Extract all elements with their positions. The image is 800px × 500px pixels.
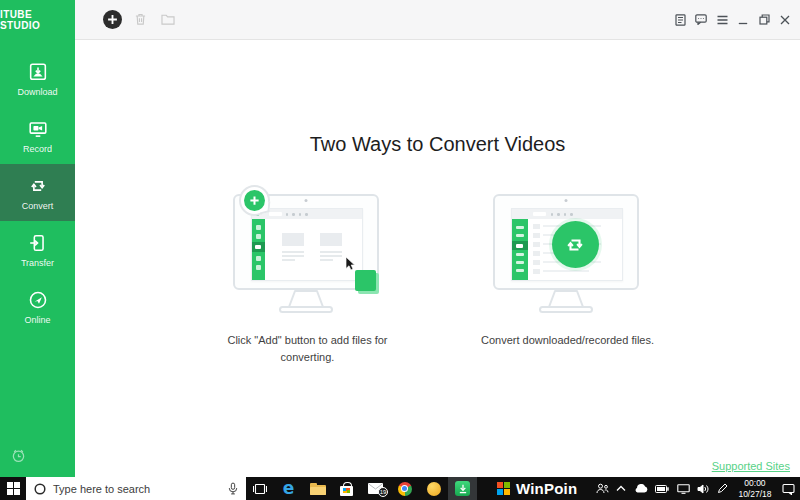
start-button[interactable]: [0, 477, 26, 500]
app-toolbar: [75, 0, 800, 40]
winpoin-label: WinPoin: [516, 480, 577, 497]
taskbar-app-gold[interactable]: [419, 477, 448, 500]
sidebar-item-label: Download: [17, 87, 57, 97]
chrome-icon: [398, 482, 412, 496]
alarm-clock-icon[interactable]: [9, 446, 28, 465]
drag-files-illustration: [233, 194, 383, 318]
register-icon[interactable]: [673, 13, 687, 27]
search-placeholder: Type here to search: [53, 483, 221, 495]
convert-circle-icon: [552, 221, 599, 268]
clock-date: 10/27/18: [738, 489, 771, 500]
gold-app-icon: [427, 482, 441, 496]
menu-icon[interactable]: [715, 13, 729, 27]
sidebar-item-record[interactable]: Record: [0, 107, 75, 164]
edge-icon: e: [283, 480, 295, 497]
monitor-frame: [493, 194, 639, 290]
mail-badge: 19: [378, 487, 388, 497]
phone-transfer-icon: [27, 232, 49, 254]
convert-loop-icon: [27, 175, 49, 197]
online-globe-icon: [27, 289, 49, 311]
open-folder-icon[interactable]: [159, 11, 177, 28]
sidebar-item-transfer[interactable]: Transfer: [0, 221, 75, 278]
restore-icon[interactable]: [757, 13, 771, 27]
taskbar-app-store[interactable]: [332, 477, 361, 500]
page-title: Two Ways to Convert Videos: [75, 133, 800, 156]
windows-ink-pen-icon[interactable]: [717, 483, 728, 494]
battery-icon[interactable]: [655, 485, 669, 493]
clock-time: 00:00: [738, 478, 771, 489]
taskbar-app-itube-studio[interactable]: [448, 477, 477, 500]
method-convert-files: Convert downloaded/recorded files.: [453, 194, 683, 366]
taskbar: Type here to search e 19: [0, 477, 800, 500]
network-display-icon[interactable]: [677, 484, 690, 494]
monitor-stand: [231, 290, 381, 316]
microsoft-store-icon: [340, 486, 353, 496]
winpoin-logo-icon: [497, 482, 510, 495]
taskbar-app-mail[interactable]: 19: [361, 477, 390, 500]
taskbar-app-chrome[interactable]: [390, 477, 419, 500]
mouse-cursor-icon: [345, 257, 356, 271]
add-callout-bubble: [239, 185, 270, 216]
winpoin-toolbar: WinPoin: [493, 477, 581, 500]
plus-icon: [107, 14, 118, 25]
supported-sites-link[interactable]: Supported Sites: [712, 460, 790, 472]
sidebar-item-label: Record: [23, 144, 52, 154]
main-content: Two Ways to Convert Videos: [75, 41, 800, 477]
sidebar-item-label: Transfer: [21, 258, 54, 268]
method-caption: Click "Add" button to add files for conv…: [213, 332, 403, 366]
delete-trash-icon[interactable]: [132, 11, 149, 28]
desktop: iTube Studio Download Record: [0, 0, 800, 500]
close-icon[interactable]: [778, 13, 792, 27]
sidebar-item-label: Convert: [22, 201, 54, 211]
system-tray: 00:00 10/27/18: [596, 477, 800, 500]
chevron-up-icon[interactable]: [616, 485, 626, 492]
add-plus-icon: [244, 190, 265, 211]
monitor-stand: [491, 290, 641, 316]
app-logo: iTube Studio: [0, 0, 75, 40]
add-files-button[interactable]: [103, 10, 122, 29]
task-view-button[interactable]: [246, 477, 274, 500]
microphone-icon[interactable]: [228, 482, 238, 495]
onedrive-cloud-icon[interactable]: [634, 484, 648, 493]
sidebar-item-convert[interactable]: Convert: [0, 164, 75, 221]
method-add-files: Click "Add" button to add files for conv…: [193, 194, 423, 366]
method-caption: Convert downloaded/recorded files.: [473, 332, 663, 349]
windows-logo-icon: [7, 482, 20, 495]
people-icon[interactable]: [596, 483, 609, 494]
action-center-icon[interactable]: [782, 483, 795, 495]
mail-icon: 19: [368, 483, 383, 494]
file-explorer-icon: [310, 483, 326, 495]
window-controls: [673, 13, 800, 27]
app-sidebar: iTube Studio Download Record: [0, 0, 75, 477]
taskbar-clock[interactable]: 00:00 10/27/18: [735, 478, 774, 499]
dragged-files-icon: [355, 270, 376, 291]
volume-icon[interactable]: [697, 484, 709, 494]
taskbar-app-edge[interactable]: e: [274, 477, 303, 500]
sidebar-item-online[interactable]: Online: [0, 278, 75, 335]
convert-files-illustration: [493, 194, 643, 318]
cortana-icon: [34, 483, 46, 495]
download-box-icon: [27, 61, 49, 83]
screen-record-icon: [27, 118, 49, 140]
taskbar-app-file-explorer[interactable]: [303, 477, 332, 500]
itube-studio-icon: [455, 481, 470, 496]
search-input[interactable]: Type here to search: [26, 477, 246, 500]
sidebar-item-download[interactable]: Download: [0, 50, 75, 107]
minimize-icon[interactable]: [736, 13, 750, 27]
feedback-icon[interactable]: [694, 13, 708, 27]
sidebar-item-label: Online: [24, 315, 50, 325]
